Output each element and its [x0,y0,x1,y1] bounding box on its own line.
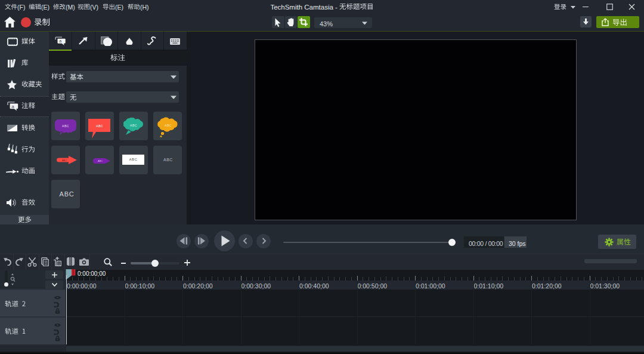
svg-text:ABC: ABC [96,124,103,127]
svg-text:ABC: ABC [62,159,67,162]
svg-text:a: a [11,104,14,109]
svg-text:ABC: ABC [98,159,103,162]
svg-text:ABC: ABC [62,124,69,128]
svg-text:ABC: ABC [165,124,172,127]
svg-text:ABC: ABC [130,124,137,127]
